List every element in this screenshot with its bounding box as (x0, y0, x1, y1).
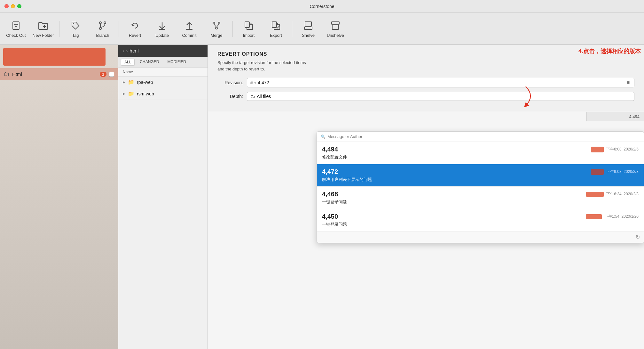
filter-tabs: ALL CHANGED MODIFIED (118, 57, 208, 68)
new-folder-button[interactable]: New Folder (30, 16, 56, 42)
unshelve-label: Unshelve (327, 33, 344, 38)
depth-icon: 🗂 (250, 94, 255, 99)
commit-icon (183, 20, 195, 32)
import-label: Import (243, 33, 255, 38)
toolbar-sep-2 (119, 21, 119, 37)
check-out-icon (10, 20, 22, 32)
sidebar-checkbox[interactable] (109, 72, 114, 77)
tab-changed[interactable]: CHANGED (137, 59, 162, 66)
revision-value: 4,472 (258, 80, 624, 85)
commit-item-4494[interactable]: 4,494 下午8:08, 2020/2/6 修改配置文件 (317, 142, 644, 164)
revision-input-field[interactable]: # ∨ 4,472 ≡ (247, 78, 634, 87)
expand-icon-rsm: ▶ (123, 92, 125, 95)
svg-rect-16 (245, 22, 249, 28)
svg-point-8 (104, 22, 106, 24)
svg-rect-21 (332, 25, 339, 29)
export-icon (270, 20, 282, 32)
tab-modified[interactable]: MODIFIED (164, 59, 189, 66)
tag-icon (69, 20, 82, 32)
toolbar: Check Out New Folder Tag (0, 13, 644, 45)
revert-dialog: REVERT OPTIONS Specify the target revisi… (208, 45, 644, 112)
commit-item-4450[interactable]: 4,450 下午1:54, 2020/1/20 一键登录问题 (317, 209, 644, 231)
column-header: Name (118, 68, 208, 77)
hash-symbol: # (250, 80, 253, 85)
svg-marker-5 (72, 22, 79, 29)
unshelve-icon (329, 20, 342, 32)
commit-item-4468[interactable]: 4,468 下午6:34, 2020/2/3 一键登录问题 (317, 187, 644, 209)
file-item-rpa-web[interactable]: ▶ 📁 rpa-web (118, 77, 208, 88)
revert-desc-text: Specify the target revision for the sele… (217, 60, 306, 71)
shelve-button[interactable]: Shelve (295, 16, 321, 42)
maximize-button[interactable] (17, 4, 21, 8)
commit-msg-4468: 一键登录问题 (322, 199, 639, 205)
commit-number-4472: 4,472 (322, 168, 338, 175)
commit-avatar-4472 (591, 169, 604, 175)
nav-back-button[interactable]: ‹ (123, 48, 124, 53)
sidebar-item-html[interactable]: 🗂 Html 1 (0, 68, 118, 80)
import-icon (243, 20, 255, 32)
tag-label: Tag (72, 33, 79, 38)
commit-msg-4450: 一键登录问题 (322, 222, 639, 227)
minimize-button[interactable] (11, 4, 15, 8)
tag-button[interactable]: Tag (63, 16, 88, 42)
export-label: Export (270, 33, 282, 38)
commit-avatar-4494 (591, 147, 604, 152)
search-input[interactable] (327, 134, 640, 139)
depth-input-field[interactable]: 🗂 All files (247, 92, 634, 101)
commit-date-4450: 下午1:54, 2020/1/20 (604, 214, 639, 219)
svg-point-6 (73, 23, 74, 24)
revert-button[interactable]: Revert (122, 16, 148, 42)
revert-label: Revert (129, 33, 141, 38)
svg-rect-12 (186, 29, 192, 30)
merge-button[interactable]: Merge (204, 16, 229, 42)
nav-forward-button[interactable]: › (126, 48, 128, 53)
check-out-label: Check Out (6, 33, 26, 38)
traffic-lights (4, 4, 21, 8)
revision-row: Revision: # ∨ 4,472 ≡ (217, 78, 634, 87)
commit-avatar-4468 (586, 192, 604, 197)
svg-rect-18 (304, 27, 312, 29)
svg-point-9 (99, 28, 101, 29)
sidebar-badge: 1 (100, 72, 106, 77)
branch-label: Branch (96, 33, 109, 38)
update-label: Update (155, 33, 169, 38)
window-title: Cornerstone (310, 4, 334, 9)
update-icon (156, 20, 168, 32)
update-button[interactable]: Update (149, 16, 175, 42)
commit-avatar-4450 (586, 214, 602, 219)
svg-point-15 (216, 27, 217, 29)
commit-button[interactable]: Commit (177, 16, 202, 42)
branch-button[interactable]: Branch (90, 16, 115, 42)
folder-icon: 🗂 (4, 71, 10, 77)
commit-number-4468: 4,468 (322, 191, 338, 198)
tab-all[interactable]: ALL (121, 59, 135, 66)
shelve-icon (302, 20, 314, 32)
close-button[interactable] (4, 4, 9, 8)
merge-icon (210, 20, 223, 32)
commit-item-4472[interactable]: 4,472 下午9:08, 2020/2/3 解决用户列表不展示的问题 (317, 164, 644, 187)
commit-date-4468: 下午6:34, 2020/2/3 (606, 191, 639, 197)
folder-icon-rpa: 📁 (128, 79, 134, 85)
sidebar-redacted-area (3, 48, 106, 66)
sidebar-item-label: Html (12, 71, 97, 77)
revision-menu-button[interactable]: ≡ (625, 80, 631, 85)
content-area: 4.点击，选择相应的版本 REVERT OPTIONS Specify the … (208, 45, 644, 349)
toolbar-sep-3 (232, 21, 233, 37)
commit-meta-area-4472: 下午9:08, 2020/2/3 (591, 169, 639, 175)
commit-label: Commit (182, 33, 197, 38)
check-out-button[interactable]: Check Out (3, 16, 29, 42)
depth-label: Depth: (217, 94, 243, 99)
commit-msg-4472: 解决用户列表不展示的问题 (322, 177, 639, 183)
import-button[interactable]: Import (236, 16, 262, 42)
dropdown-search-bar: 🔍 (317, 132, 644, 142)
toolbar-sep-4 (292, 21, 292, 37)
refresh-button[interactable]: ↻ (636, 234, 640, 240)
export-button[interactable]: Export (263, 16, 289, 42)
file-panel-title: html (130, 48, 138, 53)
file-item-rsm-web[interactable]: ▶ 📁 rsm-web (118, 88, 208, 100)
commit-meta-area-4450: 下午1:54, 2020/1/20 (586, 214, 639, 219)
svg-rect-17 (272, 22, 277, 28)
titlebar: Cornerstone (0, 0, 644, 13)
revert-description: Specify the target revision for the sele… (217, 60, 634, 72)
unshelve-button[interactable]: Unshelve (323, 16, 348, 42)
